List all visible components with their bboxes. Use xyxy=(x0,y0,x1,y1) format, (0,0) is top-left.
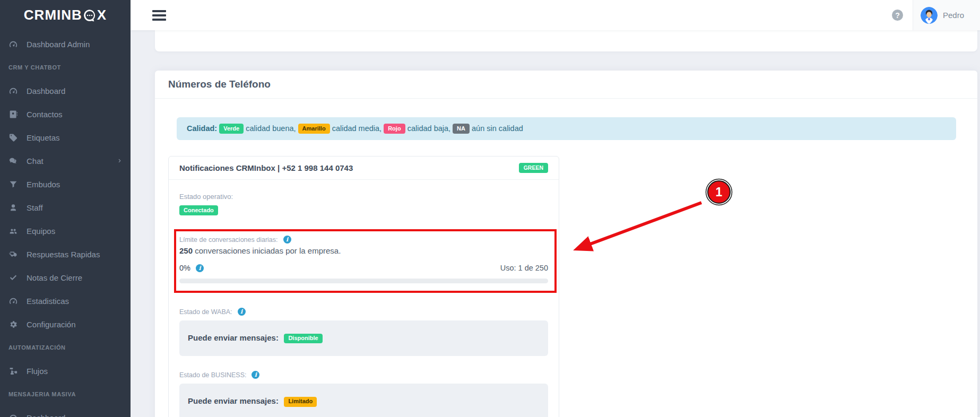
chevron-right-icon xyxy=(117,158,123,164)
waba-state-label: Estado de WABA: xyxy=(179,308,232,316)
sidebar-section-automatizacion: AUTOMATIZACIÓN xyxy=(0,344,131,351)
app-window: CRMINBX Dashboard Admin CRM Y CHATBOT Da… xyxy=(0,0,980,417)
tag-icon xyxy=(8,133,19,142)
gauge-icon xyxy=(8,40,19,49)
card-header: Números de Teléfono xyxy=(155,71,977,99)
address-book-icon xyxy=(8,110,19,119)
scrolled-card-remnant xyxy=(155,30,977,51)
sidebar-section-mensajeria-masiva: MENSAJERIA MASIVA xyxy=(0,391,131,397)
operative-status-label: Estado operativo: xyxy=(179,193,548,201)
sidebar-item-dashboard-masiva[interactable]: Dashboard xyxy=(0,413,131,417)
flow-icon xyxy=(8,367,19,376)
usage-progress-bar xyxy=(179,279,548,283)
info-icon[interactable]: i xyxy=(196,264,204,272)
daily-limit-value: 250 xyxy=(179,246,193,255)
business-state-label: Estado de BUSINESS: xyxy=(179,371,246,379)
help-icon[interactable]: ? xyxy=(892,10,903,21)
sidebar-item-estadisticas[interactable]: Estadisticas xyxy=(0,297,131,306)
funnel-icon xyxy=(8,180,19,189)
sidebar-item-etiquetas[interactable]: Etiquetas xyxy=(0,133,131,142)
user-avatar xyxy=(921,7,938,24)
sidebar-item-configuracion[interactable]: Configuración xyxy=(0,320,131,329)
page-title: Números de Teléfono xyxy=(168,79,271,90)
quality-badge-na: NA xyxy=(453,124,470,134)
sidebar-item-dashboard[interactable]: Dashboard xyxy=(0,86,131,95)
phone-quality-badge: GREEN xyxy=(519,163,548,173)
sidebar-nav: Dashboard Admin CRM Y CHATBOT Dashboard … xyxy=(0,32,131,417)
usage-percent: 0% xyxy=(179,264,190,272)
daily-limit-description: conversaciones iniciadas por la empresa. xyxy=(195,246,341,255)
waba-state-block: Estado de WABA: i Puede enviar mensajes:… xyxy=(179,308,548,356)
comments-icon xyxy=(8,157,19,166)
sidebar-item-embudos[interactable]: Embudos xyxy=(0,180,131,189)
card-body: Calidad: Verde calidad buena, Amarillo c… xyxy=(155,99,977,417)
info-icon[interactable]: i xyxy=(238,308,246,316)
brand-text-left: CRMINB xyxy=(24,7,82,23)
sidebar: CRMINBX Dashboard Admin CRM Y CHATBOT Da… xyxy=(0,0,131,417)
gear-icon xyxy=(8,320,19,329)
top-navbar: ? Pedro xyxy=(131,0,980,30)
quality-badge-amarillo: Amarillo xyxy=(298,124,330,134)
check-icon xyxy=(8,273,19,282)
phone-numbers-card: Números de Teléfono Calidad: Verde calid… xyxy=(155,71,977,417)
waba-status-badge: Disponible xyxy=(284,334,322,344)
quality-legend-label: Calidad: xyxy=(187,124,217,133)
info-icon[interactable]: i xyxy=(283,236,291,244)
sidebar-item-chat[interactable]: Chat xyxy=(0,157,131,166)
user-menu[interactable]: Pedro xyxy=(913,0,980,30)
sidebar-item-staff[interactable]: Staff xyxy=(0,203,131,212)
main-content: Números de Teléfono Calidad: Verde calid… xyxy=(131,30,980,417)
navbar-right: ? Pedro xyxy=(892,0,980,30)
business-status-badge: Limitado xyxy=(284,397,317,407)
quality-text-buena: calidad buena, xyxy=(246,124,296,133)
users-icon xyxy=(8,227,19,236)
chat-bubble-o-icon xyxy=(83,8,97,22)
gauge-icon xyxy=(8,86,19,95)
sidebar-item-respuestas-rapidas[interactable]: Respuestas Rapidas xyxy=(0,250,131,259)
user-name: Pedro xyxy=(943,11,964,20)
gauge-icon xyxy=(8,297,19,306)
operative-status-badge: Conectado xyxy=(179,205,218,215)
gauge-icon xyxy=(8,413,19,417)
brand-text-right: X xyxy=(97,7,107,23)
truck-icon xyxy=(8,250,19,259)
quality-badge-rojo: Rojo xyxy=(384,124,405,134)
phone-card-header: Notificaciones CRMInbox | +52 1 998 144 … xyxy=(169,157,559,180)
daily-limit-label: Límite de conversaciones diarias: xyxy=(179,236,278,244)
quality-legend-banner: Calidad: Verde calidad buena, Amarillo c… xyxy=(177,117,956,140)
brand-logo[interactable]: CRMINBX xyxy=(0,0,131,30)
business-message-label: Puede enviar mensajes: xyxy=(188,396,279,405)
quality-text-baja: calidad baja, xyxy=(407,124,450,133)
usage-count: Uso: 1 de 250 xyxy=(500,264,548,272)
user-icon xyxy=(8,203,19,212)
business-state-box: Puede enviar mensajes: Limitado xyxy=(179,384,548,417)
quality-text-sin-calidad: aún sin calidad xyxy=(472,124,523,133)
info-icon[interactable]: i xyxy=(251,371,259,379)
quality-badge-verde: Verde xyxy=(219,124,244,134)
quality-text-media: calidad media, xyxy=(332,124,382,133)
sidebar-item-notas-de-cierre[interactable]: Notas de Cierre xyxy=(0,273,131,282)
annotation-highlight-box: Límite de conversaciones diarias: i 250 … xyxy=(174,229,557,293)
sidebar-item-contactos[interactable]: Contactos xyxy=(0,110,131,119)
business-state-block: Estado de BUSINESS: i Puede enviar mensa… xyxy=(179,371,548,417)
sidebar-item-dashboard-admin[interactable]: Dashboard Admin xyxy=(0,40,131,49)
waba-message-label: Puede enviar mensajes: xyxy=(188,333,279,342)
phone-number-title: Notificaciones CRMInbox | +52 1 998 144 … xyxy=(179,163,353,172)
waba-state-box: Puede enviar mensajes: Disponible xyxy=(179,320,548,356)
menu-toggle-icon[interactable] xyxy=(152,10,166,21)
sidebar-item-equipos[interactable]: Equipos xyxy=(0,227,131,236)
phone-card-body: Estado operativo: Conectado Límite de co… xyxy=(169,180,559,417)
phone-number-card: Notificaciones CRMInbox | +52 1 998 144 … xyxy=(168,156,559,417)
sidebar-item-flujos[interactable]: Flujos xyxy=(0,367,131,376)
sidebar-section-crm-chatbot: CRM Y CHATBOT xyxy=(0,64,131,71)
